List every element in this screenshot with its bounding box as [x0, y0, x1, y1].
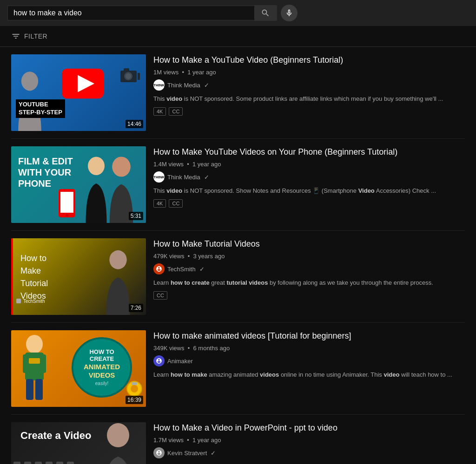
thumb-text: Create a Video: [20, 429, 91, 443]
channel-row: THINK Think Media ✓: [153, 79, 465, 91]
video-info: How to make animated videos [Tutorial fo…: [153, 330, 465, 407]
thumb-text: YOUTUBESTEP-BY-STEP: [16, 99, 65, 118]
video-meta: 1.4M views • 1 year ago: [153, 161, 465, 168]
filter-bar: FILTER: [0, 26, 476, 47]
video-description: Learn how to make amazing animated video…: [153, 370, 465, 379]
list-item: How toMakeTutorialVideos TechSmith 7:26 …: [11, 231, 465, 323]
svg-rect-31: [67, 462, 74, 464]
video-meta: 1.7M views • 1 year ago: [153, 437, 465, 444]
svg-rect-19: [26, 379, 33, 400]
verified-icon: ✓: [204, 174, 209, 181]
svg-rect-18: [39, 354, 46, 373]
channel-name[interactable]: TechSmith: [167, 266, 196, 273]
svg-point-12: [112, 157, 131, 176]
camera-icon: [118, 64, 141, 87]
search-button[interactable]: [254, 5, 277, 21]
voice-search-button[interactable]: [281, 5, 298, 21]
svg-rect-29: [46, 462, 53, 464]
svg-rect-21: [29, 358, 40, 364]
svg-point-0: [21, 72, 38, 91]
thumbnail[interactable]: How toMakeTutorialVideos TechSmith 7:26: [11, 238, 146, 315]
youtube-logo: [62, 68, 104, 98]
svg-point-5: [126, 73, 131, 79]
avatar: THINK: [153, 79, 165, 91]
circle-text: How toCreateANIMATEDVIDEOSeasily!: [84, 348, 120, 387]
video-title[interactable]: How to Make Tutorial Videos: [153, 238, 465, 250]
video-info: How to Make a Video in PowerPoint - ppt …: [153, 422, 465, 464]
thumb-text: FILM & EDITWITH YOURPHONE: [18, 156, 73, 189]
avatar: [153, 263, 165, 274]
verified-icon: ✓: [211, 450, 216, 457]
video-title[interactable]: How to Make YouTube Videos on Your Phone…: [153, 146, 465, 158]
tag-4k: 4K: [153, 107, 166, 116]
filter-label[interactable]: FILTER: [24, 33, 47, 40]
list-item: FILM & EDITWITH YOURPHONE 5:31 How to Ma…: [11, 139, 465, 231]
svg-rect-30: [56, 462, 63, 464]
tag-cc: CC: [153, 291, 167, 300]
duration-badge: 14:46: [126, 120, 143, 128]
thumbnail[interactable]: How toCreateANIMATEDVIDEOSeasily! 16:39: [11, 330, 146, 407]
svg-rect-6: [138, 73, 140, 80]
camera-bottom: [125, 380, 144, 397]
thumbnail[interactable]: YOUTUBESTEP-BY-STEP 14:46: [11, 54, 146, 131]
video-description: This video is NOT sponsored. Show Notes …: [153, 186, 465, 196]
top-bar: [0, 0, 476, 26]
svg-rect-17: [23, 354, 30, 373]
search-form: [7, 5, 277, 21]
thumb-text: How toMakeTutorialVideos: [20, 252, 48, 302]
tags-row: CC: [153, 291, 465, 300]
video-meta: 349K views • 6 months ago: [153, 345, 465, 352]
red-accent: [11, 238, 13, 315]
channel-name[interactable]: Think Media: [167, 82, 200, 89]
svg-point-15: [26, 335, 43, 353]
svg-point-13: [109, 250, 126, 269]
video-info: How to Make YouTube Videos on Your Phone…: [153, 146, 465, 223]
svg-point-10: [66, 214, 68, 217]
channel-row: Animaker: [153, 355, 465, 366]
video-description: Learn how to publish your own video usin…: [153, 462, 465, 464]
duration-badge: 7:26: [129, 304, 143, 312]
video-title[interactable]: How to Make a Video in PowerPoint - ppt …: [153, 422, 465, 434]
list-item: Create a Video P 6:45: [11, 415, 465, 464]
verified-icon: ✓: [199, 266, 205, 273]
verified-icon: ✓: [204, 82, 209, 89]
video-meta: 479K views • 3 years ago: [153, 253, 465, 260]
channel-row: Kevin Stratvert ✓: [153, 447, 465, 458]
channel-row: THINK Think Media ✓: [153, 171, 465, 183]
svg-point-23: [131, 385, 138, 392]
avatar: [153, 355, 165, 366]
video-info: How to Make Tutorial Videos 479K views •…: [153, 238, 465, 315]
filter-icon: [11, 32, 20, 41]
channel-row: TechSmith ✓: [153, 263, 465, 274]
video-description: This video is NOT sponsored. Some produc…: [153, 94, 465, 104]
video-title[interactable]: How to make animated videos [Tutorial fo…: [153, 330, 465, 342]
search-input[interactable]: [7, 6, 254, 20]
svg-point-36: [107, 423, 129, 447]
thumb-circle: How toCreateANIMATEDVIDEOSeasily!: [72, 337, 132, 398]
svg-rect-7: [124, 68, 129, 72]
avatar: [153, 447, 165, 458]
duration-badge: 16:39: [126, 396, 143, 404]
thumbnail[interactable]: FILM & EDITWITH YOURPHONE 5:31: [11, 146, 146, 223]
search-icon: [261, 8, 270, 18]
video-description: Learn how to create great tutorial video…: [153, 278, 465, 288]
filmstrip: [11, 462, 81, 464]
duration-badge: 5:31: [129, 212, 143, 220]
video-info: How to Make a YouTube Video (Beginners T…: [153, 54, 465, 131]
video-meta: 1M views • 1 year ago: [153, 69, 465, 76]
thumbnail[interactable]: Create a Video P 6:45: [11, 422, 146, 464]
channel-name[interactable]: Think Media: [167, 174, 200, 181]
svg-rect-24: [132, 382, 137, 385]
brand-label: TechSmith: [16, 298, 45, 304]
list-item: How toCreateANIMATEDVIDEOSeasily! 16:39 …: [11, 323, 465, 415]
video-title[interactable]: How to Make a YouTube Video (Beginners T…: [153, 54, 465, 66]
channel-name[interactable]: Kevin Stratvert: [167, 450, 207, 457]
svg-rect-20: [35, 379, 43, 400]
mic-icon: [285, 9, 293, 17]
list-item: YOUTUBESTEP-BY-STEP 14:46 How to Make a …: [11, 47, 465, 139]
avatar: THINK: [153, 171, 165, 183]
tag-cc: CC: [169, 199, 183, 208]
tag-cc: CC: [169, 107, 183, 116]
channel-name[interactable]: Animaker: [167, 358, 193, 365]
person-thumb: [90, 422, 146, 464]
